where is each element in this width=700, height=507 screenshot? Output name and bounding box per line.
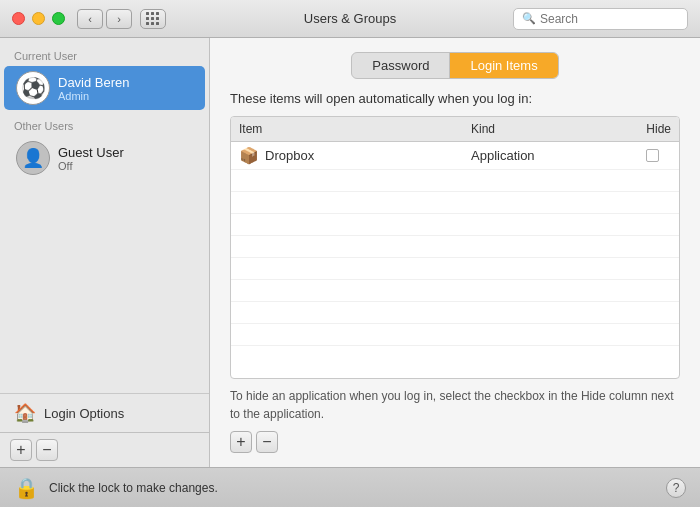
grid-view-button[interactable] bbox=[140, 9, 166, 29]
minimize-button[interactable] bbox=[32, 12, 45, 25]
current-user-role: Admin bbox=[58, 90, 130, 102]
item-kind-cell: Application bbox=[471, 148, 611, 163]
column-item: Item bbox=[239, 120, 471, 138]
panel-actions: + − bbox=[230, 431, 680, 453]
search-input[interactable] bbox=[540, 12, 679, 26]
nav-buttons: ‹ › bbox=[77, 9, 132, 29]
right-panel: Password Login Items These items will op… bbox=[210, 38, 700, 467]
column-kind: Kind bbox=[471, 120, 611, 138]
empty-row bbox=[231, 280, 679, 302]
avatar: ⚽ bbox=[16, 71, 50, 105]
panel-remove-button[interactable]: − bbox=[256, 431, 278, 453]
empty-row bbox=[231, 302, 679, 324]
sidebar: Current User ⚽ David Beren Admin Other U… bbox=[0, 38, 210, 467]
sidebar-remove-button[interactable]: − bbox=[36, 439, 58, 461]
main-content: Current User ⚽ David Beren Admin Other U… bbox=[0, 38, 700, 467]
bottom-bar: 🔒 Click the lock to make changes. ? bbox=[0, 467, 700, 507]
empty-row bbox=[231, 214, 679, 236]
empty-row bbox=[231, 192, 679, 214]
search-bar[interactable]: 🔍 bbox=[513, 8, 688, 30]
footer-note: To hide an application when you log in, … bbox=[230, 387, 680, 423]
close-button[interactable] bbox=[12, 12, 25, 25]
table-header: Item Kind Hide bbox=[231, 117, 679, 142]
tabs: Password Login Items bbox=[230, 52, 680, 79]
lock-text: Click the lock to make changes. bbox=[49, 481, 218, 495]
current-user-info: David Beren Admin bbox=[58, 75, 130, 102]
guest-avatar: 👤 bbox=[16, 141, 50, 175]
empty-row bbox=[231, 236, 679, 258]
guest-user-info: Guest User Off bbox=[58, 145, 124, 172]
description-text: These items will open automatically when… bbox=[230, 91, 680, 106]
current-user-name: David Beren bbox=[58, 75, 130, 90]
tab-password[interactable]: Password bbox=[352, 53, 449, 78]
item-name-cell: 📦 Dropbox bbox=[239, 146, 471, 165]
empty-row bbox=[231, 324, 679, 346]
grid-icon bbox=[146, 12, 160, 26]
help-button[interactable]: ? bbox=[666, 478, 686, 498]
guest-user-item[interactable]: 👤 Guest User Off bbox=[4, 136, 205, 180]
home-icon: 🏠 bbox=[14, 402, 36, 424]
login-options-item[interactable]: 🏠 Login Options bbox=[0, 393, 209, 432]
maximize-button[interactable] bbox=[52, 12, 65, 25]
search-icon: 🔍 bbox=[522, 12, 536, 25]
table-body: 📦 Dropbox Application bbox=[231, 142, 679, 346]
table-row[interactable]: 📦 Dropbox Application bbox=[231, 142, 679, 170]
column-hide: Hide bbox=[611, 120, 671, 138]
panel-add-button[interactable]: + bbox=[230, 431, 252, 453]
login-options-label: Login Options bbox=[44, 406, 124, 421]
login-items-table: Item Kind Hide 📦 Dropbox Application bbox=[230, 116, 680, 379]
current-user-label: Current User bbox=[0, 50, 209, 66]
other-users-label: Other Users bbox=[0, 120, 209, 136]
tab-login-items[interactable]: Login Items bbox=[450, 53, 557, 78]
window-title: Users & Groups bbox=[304, 11, 396, 26]
forward-button[interactable]: › bbox=[106, 9, 132, 29]
item-name: Dropbox bbox=[265, 148, 314, 163]
dropbox-icon: 📦 bbox=[239, 146, 259, 165]
item-hide-cell bbox=[611, 149, 671, 162]
title-bar: ‹ › Users & Groups 🔍 bbox=[0, 0, 700, 38]
back-button[interactable]: ‹ bbox=[77, 9, 103, 29]
guest-user-name: Guest User bbox=[58, 145, 124, 160]
guest-user-role: Off bbox=[58, 160, 124, 172]
hide-checkbox[interactable] bbox=[646, 149, 659, 162]
lock-icon[interactable]: 🔒 bbox=[14, 476, 39, 500]
empty-row bbox=[231, 258, 679, 280]
window-controls bbox=[12, 12, 65, 25]
empty-row bbox=[231, 170, 679, 192]
sidebar-actions: + − bbox=[0, 432, 209, 467]
current-user-item[interactable]: ⚽ David Beren Admin bbox=[4, 66, 205, 110]
tab-group: Password Login Items bbox=[351, 52, 558, 79]
sidebar-add-button[interactable]: + bbox=[10, 439, 32, 461]
